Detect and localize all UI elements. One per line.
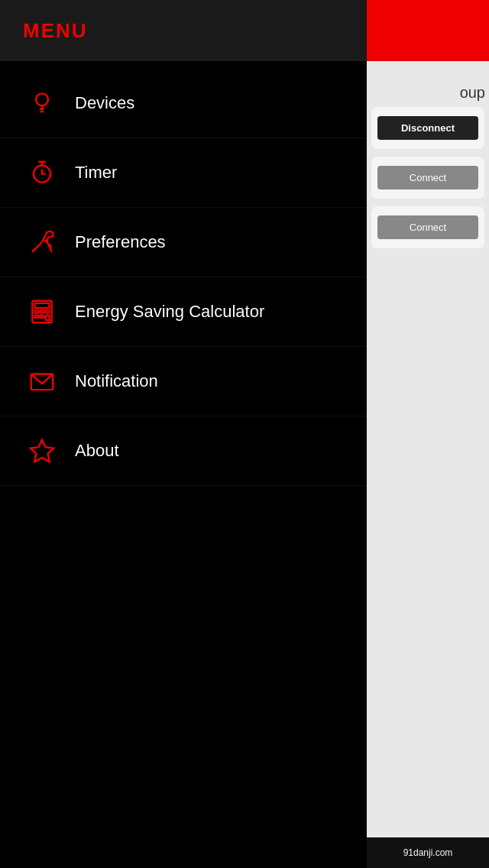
sidebar-item-label-timer: Timer bbox=[75, 163, 117, 183]
sidebar-item-preferences[interactable]: Preferences bbox=[0, 208, 367, 277]
sidebar-item-notification[interactable]: Notification bbox=[0, 347, 367, 416]
svg-rect-12 bbox=[35, 303, 50, 308]
lightbulb-icon bbox=[23, 84, 61, 122]
disconnect-button[interactable]: Disconnect bbox=[377, 116, 478, 140]
wrench-icon bbox=[23, 223, 61, 261]
timer-icon bbox=[23, 154, 61, 192]
svg-rect-13 bbox=[35, 310, 39, 313]
sidebar-item-timer[interactable]: Timer bbox=[0, 138, 367, 208]
svg-point-0 bbox=[36, 93, 48, 105]
about-icon bbox=[23, 432, 61, 470]
connect-button-1[interactable]: Connect bbox=[377, 166, 478, 189]
svg-line-8 bbox=[32, 248, 36, 252]
device-card-1: Disconnect bbox=[371, 107, 484, 149]
calculator-icon bbox=[23, 293, 61, 331]
device-card-2: Connect bbox=[371, 157, 484, 199]
menu-header: MENU bbox=[0, 0, 367, 61]
watermark: 91danji.com bbox=[367, 837, 489, 868]
sidebar-item-label-preferences: Preferences bbox=[75, 232, 166, 252]
sidebar-item-label-notification: Notification bbox=[75, 371, 158, 391]
menu-list: Devices Timer bbox=[0, 61, 367, 494]
sidebar-item-devices[interactable]: Devices bbox=[0, 69, 367, 138]
svg-rect-15 bbox=[46, 310, 50, 313]
svg-rect-18 bbox=[46, 316, 50, 320]
sidebar-item-about[interactable]: About bbox=[0, 416, 367, 486]
partial-group-text: oup bbox=[460, 84, 485, 102]
watermark-text: 91danji.com bbox=[403, 847, 453, 858]
right-header bbox=[367, 0, 489, 61]
svg-rect-16 bbox=[35, 316, 39, 318]
sidebar-item-label-about: About bbox=[75, 441, 119, 461]
sidebar-item-label-energy: Energy Saving Calculator bbox=[75, 302, 264, 322]
notification-icon bbox=[23, 362, 61, 400]
svg-rect-14 bbox=[40, 310, 44, 313]
device-card-3: Connect bbox=[371, 206, 484, 248]
right-panel: oup Disconnect Connect Connect 91danji.c… bbox=[367, 0, 489, 868]
sidebar-item-label-devices: Devices bbox=[75, 93, 134, 113]
connect-button-2[interactable]: Connect bbox=[377, 215, 478, 239]
svg-rect-17 bbox=[40, 316, 44, 318]
menu-overlay: MENU Devices bbox=[0, 0, 367, 868]
sidebar-item-energy-calc[interactable]: Energy Saving Calculator bbox=[0, 277, 367, 347]
svg-marker-20 bbox=[31, 440, 53, 462]
menu-title: MENU bbox=[23, 19, 88, 43]
